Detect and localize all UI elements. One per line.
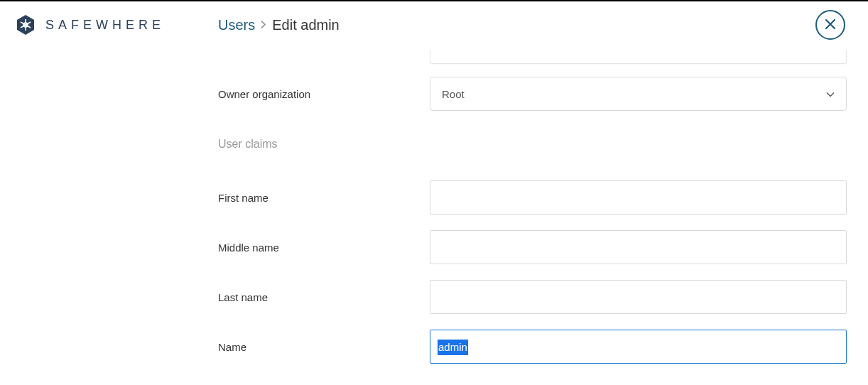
breadcrumb-current: Edit admin (272, 17, 340, 33)
owner-organization-label: Owner organization (218, 88, 430, 100)
name-label: Name (218, 341, 430, 353)
brand-text: SAFEWHERE (45, 18, 165, 33)
chevron-down-icon (826, 88, 835, 100)
close-button[interactable] (815, 10, 845, 40)
partial-top-input[interactable] (430, 50, 847, 64)
middle-name-input[interactable] (430, 230, 847, 264)
form-content: Owner organization Root User claims Firs… (218, 50, 847, 385)
first-name-label: First name (218, 192, 430, 204)
name-input[interactable]: admin (430, 330, 847, 364)
name-row: Name admin (218, 330, 847, 364)
brand-logo-icon (14, 13, 37, 36)
middle-name-label: Middle name (218, 242, 430, 254)
last-name-row: Last name (218, 280, 847, 314)
logo-area: SAFEWHERE (14, 13, 165, 36)
header: SAFEWHERE Users Edit admin (0, 1, 868, 48)
middle-name-row: Middle name (218, 230, 847, 264)
partial-top-field (218, 50, 847, 64)
owner-organization-select[interactable]: Root (430, 77, 847, 111)
owner-organization-row: Owner organization Root (218, 77, 847, 111)
breadcrumb: Users Edit admin (218, 17, 340, 33)
first-name-row: First name (218, 180, 847, 215)
breadcrumb-users-link[interactable]: Users (218, 17, 255, 33)
last-name-label: Last name (218, 291, 430, 303)
name-input-selected-text: admin (438, 340, 468, 355)
chevron-right-icon (261, 18, 266, 31)
user-claims-heading: User claims (218, 138, 847, 151)
owner-organization-value: Root (442, 88, 465, 100)
first-name-input[interactable] (430, 180, 847, 215)
close-icon (824, 18, 837, 33)
last-name-input[interactable] (430, 280, 847, 314)
